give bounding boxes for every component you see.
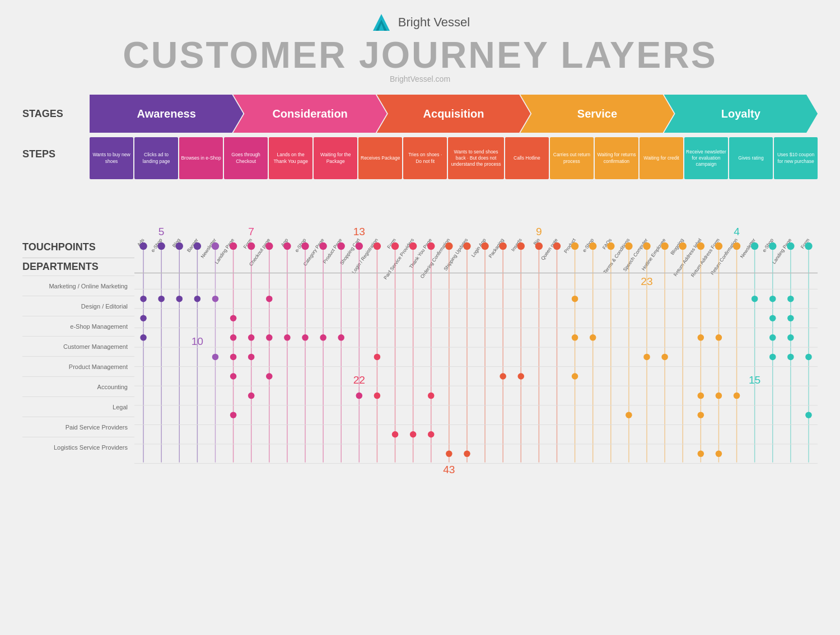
svg-point-107 — [446, 451, 452, 457]
svg-point-167 — [787, 242, 794, 250]
svg-point-141 — [661, 354, 668, 361]
svg-point-82 — [319, 242, 326, 250]
dept-row-label-2: Design / Editorial — [22, 296, 134, 316]
svg-point-150 — [715, 242, 722, 250]
step-7: Receives Package — [358, 137, 402, 179]
svg-point-81 — [302, 334, 309, 341]
svg-point-62 — [230, 334, 237, 341]
dept-row-label-7: Legal — [22, 396, 134, 417]
stages-label: STAGES — [22, 108, 90, 120]
touchpoints-label-area: TOUCHPOINTS — [22, 185, 134, 258]
svg-text:4: 4 — [734, 226, 740, 237]
svg-point-149 — [698, 451, 704, 457]
svg-point-160 — [752, 296, 758, 302]
svg-text:43: 43 — [443, 464, 455, 475]
dept-row-label-9: Logistics Service Providers — [22, 437, 134, 457]
svg-point-169 — [787, 296, 794, 302]
logo-icon — [370, 11, 393, 34]
stage-loyalty: Loyalty — [664, 95, 818, 133]
svg-point-136 — [643, 242, 650, 250]
svg-point-46 — [157, 242, 165, 250]
svg-text:13: 13 — [353, 226, 365, 237]
svg-point-175 — [805, 354, 812, 361]
step-4: Goes through Checkout — [224, 137, 268, 179]
svg-point-105 — [445, 242, 452, 250]
svg-point-57 — [212, 296, 219, 302]
svg-point-126 — [572, 334, 578, 341]
svg-point-154 — [716, 451, 722, 457]
svg-point-65 — [230, 412, 237, 418]
svg-point-55 — [212, 242, 219, 250]
svg-point-173 — [805, 242, 812, 250]
svg-point-144 — [697, 242, 704, 250]
steps-label: STEPS — [22, 137, 90, 160]
svg-point-138 — [643, 354, 650, 361]
svg-point-70 — [248, 393, 255, 399]
step-5: Lands on the Thank You page — [269, 137, 312, 179]
svg-point-176 — [805, 412, 812, 418]
departments-label: DEPARTMENTS — [22, 258, 134, 276]
step-12: Waiting for returns confirmation — [595, 137, 638, 179]
svg-point-43 — [140, 296, 147, 302]
svg-point-131 — [607, 242, 614, 250]
svg-point-48 — [158, 296, 165, 302]
svg-point-51 — [176, 296, 183, 302]
svg-point-155 — [733, 242, 740, 250]
svg-point-110 — [464, 451, 470, 457]
left-labels: TOUCHPOINTS DEPARTMENTS Marketing / Onli… — [22, 185, 134, 457]
svg-point-118 — [517, 373, 524, 380]
svg-text:Landing Page: Landing Page — [771, 237, 793, 265]
svg-point-91 — [374, 242, 381, 250]
steps-section: STEPS Wants to buy new shoes Clicks ad t… — [22, 137, 818, 179]
svg-point-79 — [301, 242, 309, 250]
stage-service: Service — [520, 95, 674, 133]
svg-point-148 — [698, 412, 704, 418]
step-8: Tries on shoes · Do not fit — [403, 137, 447, 179]
step-3: Browses in e-Shop — [179, 137, 223, 179]
step-2: Clicks ad to landing page — [134, 137, 178, 179]
svg-text:15: 15 — [749, 374, 760, 386]
svg-text:23: 23 — [641, 276, 652, 287]
svg-point-61 — [230, 315, 237, 321]
step-16: Uses $10 coupon for new purchase — [774, 137, 818, 179]
svg-point-100 — [410, 431, 417, 438]
svg-point-171 — [787, 334, 794, 341]
stage-awareness: Awareness — [90, 95, 243, 133]
svg-point-94 — [374, 393, 381, 399]
svg-point-58 — [212, 354, 219, 361]
svg-point-54 — [194, 296, 201, 302]
step-11: Carries out return process — [550, 137, 594, 179]
svg-point-85 — [337, 242, 344, 250]
svg-point-101 — [427, 242, 435, 250]
main-title: CUSTOMER JOURNEY LAYERS — [123, 36, 717, 73]
svg-point-161 — [769, 242, 776, 250]
chart-section: TOUCHPOINTS DEPARTMENTS Marketing / Onli… — [22, 185, 818, 488]
dept-row-label-1: Marketing / Online Marketing — [22, 276, 134, 296]
svg-point-68 — [248, 334, 255, 341]
svg-point-153 — [716, 393, 722, 399]
chart-area: Adse-ShopBlogBannerNewsletterLanding Pag… — [134, 185, 818, 488]
svg-point-128 — [589, 242, 596, 250]
svg-point-125 — [572, 296, 578, 302]
svg-point-69 — [248, 354, 255, 361]
svg-point-172 — [787, 354, 794, 361]
svg-point-75 — [266, 373, 273, 380]
subtitle: BrightVessel.com — [390, 74, 450, 83]
svg-point-116 — [517, 242, 525, 250]
svg-text:5: 5 — [158, 226, 165, 237]
steps-boxes: Wants to buy new shoes Clicks ad to land… — [90, 137, 818, 179]
svg-point-64 — [230, 373, 237, 380]
svg-point-74 — [266, 334, 273, 341]
svg-point-78 — [284, 334, 291, 341]
svg-point-157 — [734, 393, 740, 399]
step-6: Waiting for the Package — [314, 137, 357, 179]
header: Bright Vessel CUSTOMER JOURNEY LAYERS Br… — [22, 11, 818, 83]
svg-point-127 — [572, 373, 578, 380]
svg-point-104 — [428, 431, 435, 438]
svg-point-111 — [481, 242, 488, 250]
svg-point-123 — [571, 242, 578, 250]
svg-point-87 — [338, 334, 344, 341]
svg-text:22: 22 — [353, 374, 365, 386]
svg-point-115 — [500, 373, 506, 380]
svg-text:10: 10 — [192, 335, 203, 347]
